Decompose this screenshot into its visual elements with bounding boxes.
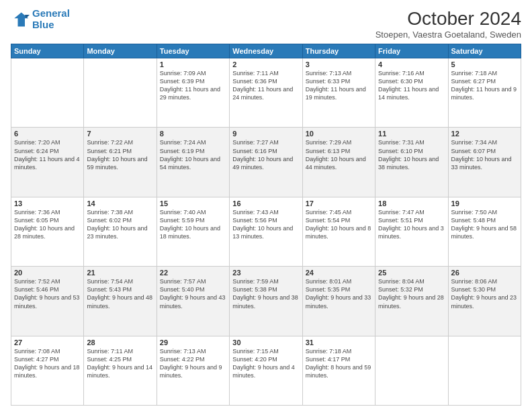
day-number: 26 xyxy=(451,269,518,277)
col-header-friday: Friday xyxy=(375,44,448,58)
cell-info: Sunrise: 7:45 AMSunset: 5:54 PMDaylight:… xyxy=(306,208,372,241)
cell-info: Sunrise: 7:40 AMSunset: 5:59 PMDaylight:… xyxy=(160,208,226,241)
cell-info: Sunrise: 7:18 AMSunset: 6:27 PMDaylight:… xyxy=(451,69,518,102)
calendar-cell: 26Sunrise: 8:06 AMSunset: 5:30 PMDayligh… xyxy=(448,267,521,336)
cell-info: Sunrise: 7:43 AMSunset: 5:56 PMDaylight:… xyxy=(232,208,299,241)
calendar-cell: 2Sunrise: 7:11 AMSunset: 6:36 PMDaylight… xyxy=(230,58,302,128)
calendar-cell: 19Sunrise: 7:50 AMSunset: 5:48 PMDayligh… xyxy=(448,197,521,266)
day-number: 18 xyxy=(378,199,445,208)
day-number: 4 xyxy=(378,60,445,68)
svg-marker-0 xyxy=(14,12,28,26)
cell-info: Sunrise: 7:36 AMSunset: 6:05 PMDaylight:… xyxy=(14,208,81,241)
day-number: 16 xyxy=(232,199,299,208)
cell-info: Sunrise: 7:11 AMSunset: 4:25 PMDaylight:… xyxy=(87,347,153,380)
cell-info: Sunrise: 7:11 AMSunset: 6:36 PMDaylight:… xyxy=(232,69,299,102)
cell-info: Sunrise: 7:18 AMSunset: 4:17 PMDaylight:… xyxy=(306,347,372,380)
title-block: October 2024 Stoepen, Vaestra Goetaland,… xyxy=(375,8,521,40)
month-title: October 2024 xyxy=(375,8,521,30)
day-number: 19 xyxy=(451,199,518,208)
day-number: 10 xyxy=(306,130,372,138)
col-header-wednesday: Wednesday xyxy=(230,44,302,58)
cell-info: Sunrise: 7:16 AMSunset: 6:30 PMDaylight:… xyxy=(378,69,445,102)
calendar-cell: 14Sunrise: 7:38 AMSunset: 6:02 PMDayligh… xyxy=(84,197,157,266)
calendar-cell: 8Sunrise: 7:24 AMSunset: 6:19 PMDaylight… xyxy=(157,128,229,197)
cell-info: Sunrise: 7:50 AMSunset: 5:48 PMDaylight:… xyxy=(451,208,518,241)
calendar-cell: 7Sunrise: 7:22 AMSunset: 6:21 PMDaylight… xyxy=(84,128,157,197)
calendar-cell: 30Sunrise: 7:15 AMSunset: 4:20 PMDayligh… xyxy=(230,336,302,405)
header: General Blue October 2024 Stoepen, Vaest… xyxy=(11,8,521,40)
calendar-cell: 11Sunrise: 7:31 AMSunset: 6:10 PMDayligh… xyxy=(375,128,448,197)
day-number: 15 xyxy=(160,199,226,208)
col-header-thursday: Thursday xyxy=(302,44,375,58)
logo: General Blue xyxy=(11,8,70,30)
day-number: 8 xyxy=(160,130,226,138)
cell-info: Sunrise: 7:24 AMSunset: 6:19 PMDaylight:… xyxy=(160,138,226,171)
cell-info: Sunrise: 7:20 AMSunset: 6:24 PMDaylight:… xyxy=(14,138,81,171)
location: Stoepen, Vaestra Goetaland, Sweden xyxy=(375,30,521,40)
cell-info: Sunrise: 7:31 AMSunset: 6:10 PMDaylight:… xyxy=(378,138,445,171)
calendar-cell: 10Sunrise: 7:29 AMSunset: 6:13 PMDayligh… xyxy=(302,128,375,197)
week-row-4: 20Sunrise: 7:52 AMSunset: 5:46 PMDayligh… xyxy=(11,267,521,336)
day-number: 12 xyxy=(451,130,518,138)
day-number: 25 xyxy=(378,269,445,277)
cell-info: Sunrise: 7:47 AMSunset: 5:51 PMDaylight:… xyxy=(378,208,445,241)
cell-info: Sunrise: 7:27 AMSunset: 6:16 PMDaylight:… xyxy=(232,138,299,171)
col-header-sunday: Sunday xyxy=(11,44,84,58)
logo-text: General Blue xyxy=(32,8,70,30)
day-number: 22 xyxy=(160,269,226,277)
calendar-cell xyxy=(448,336,521,405)
cell-info: Sunrise: 8:06 AMSunset: 5:30 PMDaylight:… xyxy=(451,277,518,310)
calendar-table: SundayMondayTuesdayWednesdayThursdayFrid… xyxy=(11,44,521,406)
week-row-5: 27Sunrise: 7:08 AMSunset: 4:27 PMDayligh… xyxy=(11,336,521,405)
day-number: 31 xyxy=(306,338,372,347)
cell-info: Sunrise: 7:22 AMSunset: 6:21 PMDaylight:… xyxy=(87,138,153,171)
calendar-cell: 13Sunrise: 7:36 AMSunset: 6:05 PMDayligh… xyxy=(11,197,84,266)
calendar-cell: 31Sunrise: 7:18 AMSunset: 4:17 PMDayligh… xyxy=(302,336,375,405)
calendar-cell: 9Sunrise: 7:27 AMSunset: 6:16 PMDaylight… xyxy=(230,128,302,197)
cell-info: Sunrise: 7:13 AMSunset: 4:22 PMDaylight:… xyxy=(160,347,226,380)
logo-icon xyxy=(11,10,30,29)
cell-info: Sunrise: 8:01 AMSunset: 5:35 PMDaylight:… xyxy=(306,277,372,310)
calendar-cell: 21Sunrise: 7:54 AMSunset: 5:43 PMDayligh… xyxy=(84,267,157,336)
cell-info: Sunrise: 7:13 AMSunset: 6:33 PMDaylight:… xyxy=(306,69,372,102)
cell-info: Sunrise: 7:08 AMSunset: 4:27 PMDaylight:… xyxy=(14,347,81,380)
header-row: SundayMondayTuesdayWednesdayThursdayFrid… xyxy=(11,44,521,58)
day-number: 6 xyxy=(14,130,81,138)
day-number: 14 xyxy=(87,199,153,208)
week-row-1: 1Sunrise: 7:09 AMSunset: 6:39 PMDaylight… xyxy=(11,58,521,128)
calendar-cell: 1Sunrise: 7:09 AMSunset: 6:39 PMDaylight… xyxy=(157,58,229,128)
cell-info: Sunrise: 7:38 AMSunset: 6:02 PMDaylight:… xyxy=(87,208,153,241)
calendar-cell: 25Sunrise: 8:04 AMSunset: 5:32 PMDayligh… xyxy=(375,267,448,336)
calendar-cell: 15Sunrise: 7:40 AMSunset: 5:59 PMDayligh… xyxy=(157,197,229,266)
day-number: 7 xyxy=(87,130,153,138)
calendar-cell xyxy=(84,58,157,128)
day-number: 3 xyxy=(306,60,372,68)
day-number: 11 xyxy=(378,130,445,138)
calendar-cell: 5Sunrise: 7:18 AMSunset: 6:27 PMDaylight… xyxy=(448,58,521,128)
cell-info: Sunrise: 7:09 AMSunset: 6:39 PMDaylight:… xyxy=(160,69,226,102)
day-number: 9 xyxy=(232,130,299,138)
day-number: 1 xyxy=(160,60,226,68)
calendar-cell: 17Sunrise: 7:45 AMSunset: 5:54 PMDayligh… xyxy=(302,197,375,266)
cell-info: Sunrise: 7:52 AMSunset: 5:46 PMDaylight:… xyxy=(14,277,81,310)
cell-info: Sunrise: 7:59 AMSunset: 5:38 PMDaylight:… xyxy=(232,277,299,310)
day-number: 24 xyxy=(306,269,372,277)
day-number: 27 xyxy=(14,338,81,347)
calendar-cell: 28Sunrise: 7:11 AMSunset: 4:25 PMDayligh… xyxy=(84,336,157,405)
calendar-cell: 18Sunrise: 7:47 AMSunset: 5:51 PMDayligh… xyxy=(375,197,448,266)
day-number: 29 xyxy=(160,338,226,347)
calendar-cell xyxy=(375,336,448,405)
day-number: 21 xyxy=(87,269,153,277)
cell-info: Sunrise: 8:04 AMSunset: 5:32 PMDaylight:… xyxy=(378,277,445,310)
day-number: 13 xyxy=(14,199,81,208)
cell-info: Sunrise: 7:34 AMSunset: 6:07 PMDaylight:… xyxy=(451,138,518,171)
col-header-tuesday: Tuesday xyxy=(157,44,229,58)
calendar-cell: 23Sunrise: 7:59 AMSunset: 5:38 PMDayligh… xyxy=(230,267,302,336)
week-row-2: 6Sunrise: 7:20 AMSunset: 6:24 PMDaylight… xyxy=(11,128,521,197)
cell-info: Sunrise: 7:29 AMSunset: 6:13 PMDaylight:… xyxy=(306,138,372,171)
calendar-cell: 4Sunrise: 7:16 AMSunset: 6:30 PMDaylight… xyxy=(375,58,448,128)
calendar-cell: 16Sunrise: 7:43 AMSunset: 5:56 PMDayligh… xyxy=(230,197,302,266)
day-number: 5 xyxy=(451,60,518,68)
calendar-cell: 12Sunrise: 7:34 AMSunset: 6:07 PMDayligh… xyxy=(448,128,521,197)
calendar-cell: 6Sunrise: 7:20 AMSunset: 6:24 PMDaylight… xyxy=(11,128,84,197)
